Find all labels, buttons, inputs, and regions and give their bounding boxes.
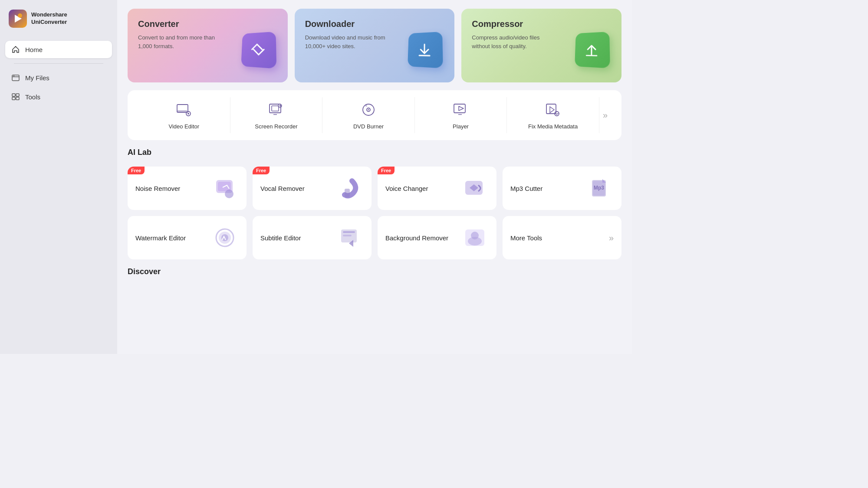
ai-card-subtitle-editor[interactable]: Subtitle Editor — [253, 216, 372, 259]
compressor-card[interactable]: Compressor Compress audio/video files wi… — [461, 9, 621, 82]
fix-media-metadata-icon — [544, 101, 562, 119]
tool-video-editor[interactable]: Video Editor — [138, 97, 230, 133]
downloader-card[interactable]: Downloader Download video and music from… — [295, 9, 455, 82]
svg-rect-4 — [16, 94, 19, 96]
svg-point-29 — [225, 190, 233, 198]
vocal-remover-label: Vocal Remover — [260, 184, 305, 193]
svg-text:Mp3: Mp3 — [594, 185, 604, 191]
svg-marker-25 — [550, 107, 554, 113]
voice-changer-free-badge: Free — [378, 167, 395, 174]
background-remover-label: Background Remover — [385, 233, 448, 242]
video-editor-label: Video Editor — [168, 123, 199, 130]
screen-recorder-label: Screen Recorder — [255, 123, 297, 130]
svg-rect-30 — [345, 189, 350, 197]
sidebar-item-home-label: Home — [25, 46, 43, 53]
home-icon — [11, 45, 20, 54]
svg-point-15 — [279, 105, 281, 107]
downloader-card-text: Downloader Download video and music from… — [305, 19, 405, 50]
sidebar-item-home[interactable]: Home — [5, 41, 112, 58]
downloader-icon-shape — [408, 32, 443, 69]
ai-card-watermark-editor[interactable]: Watermark Editor — [128, 216, 247, 259]
svg-rect-3 — [12, 94, 15, 96]
noise-remover-free-badge: Free — [128, 167, 145, 174]
svg-rect-39 — [343, 231, 355, 233]
ai-card-vocal-remover[interactable]: Free Vocal Remover — [253, 167, 372, 210]
compressor-card-text: Compressor Compress audio/video files wi… — [472, 19, 572, 50]
feature-cards: Converter Convert to and from more than … — [128, 9, 621, 82]
sidebar: Wondershare UniConverter Home My Files — [0, 0, 117, 354]
player-icon — [452, 101, 470, 119]
downloader-title: Downloader — [305, 19, 405, 29]
ai-card-voice-changer[interactable]: Free Voice Changer — [378, 167, 496, 210]
converter-icon — [238, 19, 277, 71]
fix-media-metadata-label: Fix Media Metadata — [528, 123, 578, 130]
watermark-editor-label: Watermark Editor — [135, 233, 186, 242]
downloader-icon — [405, 19, 444, 71]
compressor-icon — [572, 19, 611, 71]
svg-rect-13 — [272, 106, 279, 111]
subtitle-editor-label: Subtitle Editor — [260, 233, 301, 242]
watermark-editor-icon — [210, 225, 239, 251]
sidebar-item-tools-label: Tools — [25, 93, 40, 101]
voice-changer-icon — [460, 175, 489, 201]
background-remover-icon — [460, 225, 489, 251]
ai-lab-title: AI Lab — [128, 148, 621, 157]
dvd-burner-icon — [359, 101, 378, 119]
ai-card-background-remover[interactable]: Background Remover — [378, 216, 496, 259]
tool-player[interactable]: Player — [415, 97, 507, 133]
voice-changer-label: Voice Changer — [385, 184, 428, 193]
my-files-icon — [11, 73, 20, 82]
tool-fix-media-metadata[interactable]: Fix Media Metadata — [507, 97, 599, 133]
tools-icon — [11, 92, 20, 101]
svg-marker-22 — [459, 106, 464, 111]
logo-text: Wondershare UniConverter — [31, 11, 67, 26]
svg-rect-2 — [12, 75, 19, 81]
tool-dvd-burner[interactable]: DVD Burner — [322, 97, 415, 133]
converter-card[interactable]: Converter Convert to and from more than … — [128, 9, 288, 82]
tool-screen-recorder[interactable]: Screen Recorder — [230, 97, 323, 133]
compressor-icon-shape — [575, 32, 610, 69]
svg-point-1 — [18, 13, 22, 18]
svg-rect-5 — [12, 97, 15, 100]
compressor-title: Compressor — [472, 19, 572, 29]
sidebar-item-tools[interactable]: Tools — [5, 88, 112, 105]
svg-point-20 — [365, 105, 367, 107]
screen-recorder-icon — [267, 101, 285, 119]
compressor-desc: Compress audio/video files without loss … — [472, 33, 559, 50]
ai-card-more-tools[interactable]: More Tools » — [503, 216, 621, 259]
video-editor-icon — [175, 101, 193, 119]
ai-lab-section: AI Lab — [128, 148, 621, 159]
ai-card-noise-remover[interactable]: Free Noise Remover — [128, 167, 247, 210]
tools-bar: Video Editor Screen Recorder — [128, 90, 621, 140]
ai-lab-grid: Free Noise Remover Free Vocal Remover — [128, 167, 621, 259]
more-tools-arrow-icon: » — [609, 233, 614, 243]
downloader-desc: Download video and music from 10,000+ vi… — [305, 33, 392, 50]
dvd-burner-label: DVD Burner — [353, 123, 384, 130]
noise-remover-label: Noise Remover — [135, 184, 180, 193]
converter-card-text: Converter Convert to and from more than … — [138, 19, 238, 50]
sidebar-nav: Home My Files Tools — [0, 37, 117, 109]
mp3-cutter-label: Mp3 Cutter — [510, 184, 542, 193]
more-tools-label: More Tools — [510, 233, 542, 242]
svg-rect-6 — [16, 97, 19, 100]
svg-rect-12 — [270, 104, 281, 113]
subtitle-editor-icon — [335, 225, 364, 251]
converter-icon-shape — [241, 32, 276, 69]
sidebar-item-my-files[interactable]: My Files — [5, 69, 112, 86]
vocal-remover-free-badge: Free — [253, 167, 270, 174]
discover-section: Discover — [128, 267, 621, 278]
vocal-remover-icon — [335, 175, 364, 201]
svg-rect-40 — [343, 235, 352, 236]
discover-title: Discover — [128, 267, 621, 276]
main-content: Converter Convert to and from more than … — [117, 0, 632, 354]
mp3-cutter-icon: Mp3 — [585, 175, 614, 201]
tools-more-arrow[interactable]: » — [599, 110, 611, 120]
noise-remover-icon — [210, 175, 239, 201]
sidebar-item-my-files-label: My Files — [25, 74, 49, 82]
player-label: Player — [453, 123, 469, 130]
svg-point-43 — [471, 232, 479, 239]
converter-desc: Convert to and from more than 1,000 form… — [138, 33, 225, 50]
ai-card-mp3-cutter[interactable]: Mp3 Cutter Mp3 — [503, 167, 621, 210]
app-logo: Wondershare UniConverter — [0, 0, 117, 37]
converter-title: Converter — [138, 19, 238, 29]
